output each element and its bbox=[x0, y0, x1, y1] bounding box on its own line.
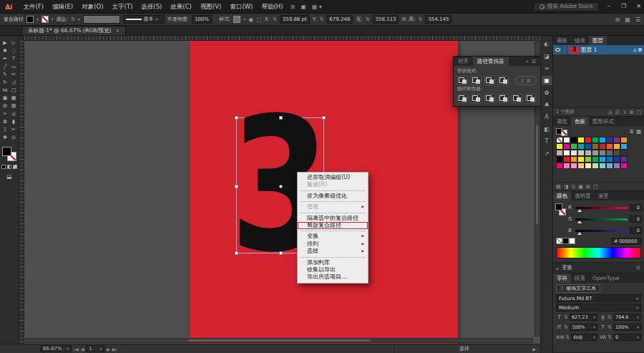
menu-item[interactable]: 选择(S) bbox=[137, 0, 166, 13]
type-tool-icon[interactable]: T bbox=[9, 54, 18, 62]
merge-button[interactable] bbox=[484, 94, 495, 103]
swatch-options-icon[interactable]: ⊙ bbox=[571, 184, 575, 190]
context-menu-item[interactable]: 透视 bbox=[298, 203, 368, 211]
transform-panel-icon[interactable]: ⊞ bbox=[615, 16, 620, 23]
swatch[interactable] bbox=[556, 143, 563, 150]
swatch[interactable] bbox=[577, 156, 585, 163]
context-menu-item[interactable]: 设为像素级优化 bbox=[298, 193, 368, 200]
swatch[interactable] bbox=[585, 143, 592, 150]
swatch[interactable] bbox=[599, 143, 606, 150]
panel-tab[interactable]: 路径查找器 bbox=[473, 57, 509, 66]
menu-item[interactable]: 编辑(E) bbox=[48, 0, 77, 13]
black-chip[interactable] bbox=[562, 238, 569, 244]
height-stepper[interactable]: ⇅ bbox=[419, 16, 423, 22]
swatch[interactable] bbox=[563, 137, 570, 143]
style-dropdown-icon[interactable]: ▾ bbox=[243, 17, 245, 21]
style-swatch[interactable] bbox=[233, 16, 240, 23]
collapse-icon[interactable]: « bbox=[525, 59, 528, 64]
hex-input[interactable]: # 000000 bbox=[611, 238, 641, 245]
swatch[interactable] bbox=[585, 156, 592, 163]
font-style-select[interactable]: Medium ▾ bbox=[556, 304, 641, 311]
swatch[interactable] bbox=[613, 137, 620, 143]
new-color-group-icon[interactable]: ▣ bbox=[578, 184, 583, 190]
opacity-value[interactable]: 100% bbox=[192, 15, 212, 24]
locate-object-icon[interactable]: ◎ bbox=[608, 110, 613, 115]
swatch[interactable] bbox=[592, 143, 599, 150]
outline-button[interactable] bbox=[512, 94, 522, 103]
target-circle-icon[interactable]: ◎ bbox=[633, 47, 637, 52]
swatch[interactable] bbox=[606, 150, 613, 156]
scale-tool-icon[interactable]: ◿ bbox=[9, 78, 18, 86]
swatch[interactable] bbox=[599, 150, 606, 156]
swatch[interactable] bbox=[556, 163, 563, 169]
panel-tab[interactable]: 画笔 bbox=[553, 117, 571, 126]
intersect-button[interactable] bbox=[484, 76, 495, 85]
font-family-select[interactable]: Futura Md BT ▾ bbox=[556, 294, 641, 302]
blue-value[interactable]: 0 bbox=[630, 227, 642, 234]
selection-handle[interactable] bbox=[279, 251, 283, 255]
unite-button[interactable] bbox=[457, 76, 468, 85]
character-styles-panel-icon[interactable]: A bbox=[542, 112, 552, 122]
green-value[interactable]: 0 bbox=[630, 216, 642, 223]
bridge-icon[interactable]: ⊞ bbox=[290, 4, 295, 10]
grid-view-icon[interactable]: ▦ bbox=[636, 128, 641, 135]
y-stepper[interactable]: ⇅ bbox=[319, 16, 323, 22]
panel-menu-icon[interactable]: ☰ bbox=[636, 265, 640, 271]
layer-thumbnail[interactable]: 3 bbox=[570, 47, 579, 54]
artboard-tool-icon[interactable]: ▯ bbox=[1, 125, 9, 133]
gradient-button[interactable] bbox=[7, 165, 11, 169]
panel-tab[interactable]: 链接 bbox=[571, 36, 589, 45]
pen-tool-icon[interactable]: ✒ bbox=[1, 54, 9, 62]
artboard-navigation-select[interactable]: 1 ▾ bbox=[86, 345, 104, 352]
context-menu-item[interactable]: 重做(R) bbox=[298, 181, 368, 188]
swatch[interactable] bbox=[592, 156, 599, 163]
swatch[interactable] bbox=[556, 137, 563, 143]
panel-menu-icon[interactable]: ☰ bbox=[635, 16, 640, 23]
slider-thumb[interactable] bbox=[577, 209, 582, 212]
stroke-weight-dropdown-icon[interactable]: ▾ bbox=[78, 17, 80, 21]
prev-artboard-icon[interactable]: ◀ bbox=[81, 347, 84, 352]
width-stepper[interactable]: ⇅ bbox=[366, 16, 370, 22]
selection-handle[interactable] bbox=[322, 116, 326, 120]
swatch[interactable] bbox=[606, 156, 613, 163]
panel-tab[interactable]: 图层 bbox=[589, 36, 607, 45]
panel-tab[interactable]: 图形样式 bbox=[589, 117, 618, 126]
swatch[interactable] bbox=[606, 143, 613, 150]
isolate-icon[interactable]: ⬚ bbox=[256, 16, 262, 23]
swatch[interactable] bbox=[606, 163, 613, 169]
variable-width-profile[interactable]: 基本 ▾ bbox=[123, 15, 165, 24]
graphic-styles-panel-icon[interactable]: ◧ bbox=[542, 125, 552, 134]
swatch[interactable] bbox=[613, 156, 620, 163]
new-swatch-icon[interactable]: ⊞ bbox=[586, 184, 590, 190]
scrollbar-thumb[interactable] bbox=[188, 339, 371, 342]
minimize-button[interactable]: – bbox=[603, 0, 614, 13]
new-sublayer-icon[interactable]: ↴ bbox=[623, 110, 627, 115]
align-panel-icon[interactable]: ▦ bbox=[625, 16, 630, 23]
lasso-tool-icon[interactable]: ◌ bbox=[9, 47, 18, 54]
new-layer-icon[interactable]: ⊞ bbox=[630, 110, 634, 115]
selection-tool-icon[interactable]: ▶ bbox=[1, 39, 9, 47]
swatch[interactable] bbox=[556, 156, 563, 163]
context-menu-item[interactable]: 变换 bbox=[298, 233, 368, 240]
delete-swatch-icon[interactable]: □ bbox=[593, 184, 598, 190]
layer-name[interactable]: 图层 1 bbox=[581, 47, 633, 54]
width-tool-icon[interactable]: ⋈ bbox=[1, 86, 9, 94]
swatch[interactable] bbox=[620, 163, 628, 169]
zoom-level-select[interactable]: 66.67% ▾ bbox=[40, 345, 72, 352]
context-menu-item[interactable]: 排列 bbox=[298, 241, 368, 248]
none-button[interactable] bbox=[13, 165, 17, 169]
touch-type-tool-button[interactable]: ⌶ 修饰文字工具 bbox=[556, 284, 600, 293]
vertical-scale-stepper[interactable]: ⇅ bbox=[564, 324, 568, 330]
menu-item[interactable]: 效果(C) bbox=[166, 0, 196, 13]
stroke-weight-stepper[interactable]: ⇅ bbox=[71, 16, 75, 22]
pathfinder-panel-icon[interactable]: ▣ bbox=[542, 76, 552, 85]
delete-layer-icon[interactable]: □ bbox=[636, 110, 641, 115]
close-button[interactable]: ✕ bbox=[633, 0, 644, 13]
last-artboard-icon[interactable]: ▶| bbox=[112, 347, 117, 352]
scrollbar-thumb[interactable] bbox=[536, 125, 538, 224]
swatch[interactable] bbox=[585, 163, 592, 169]
next-artboard-icon[interactable]: ▶ bbox=[107, 347, 110, 352]
swatch[interactable] bbox=[620, 137, 628, 143]
swatch[interactable] bbox=[592, 137, 599, 143]
swatch[interactable] bbox=[620, 150, 628, 156]
